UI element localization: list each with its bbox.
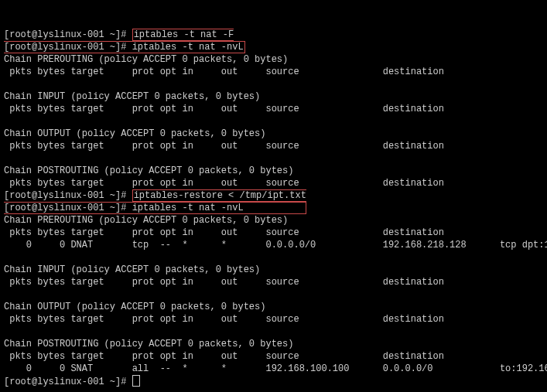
chain-header: Chain OUTPUT (policy ACCEPT 0 packets, 0… bbox=[4, 128, 265, 139]
chain-header: Chain PREROUTING (policy ACCEPT 0 packet… bbox=[4, 54, 288, 65]
column-header: pkts bytes target prot opt in out source… bbox=[4, 314, 494, 325]
terminal-output: [root@lyslinux-001 ~]# iptables -t nat -… bbox=[4, 29, 547, 387]
chain-header: Chain POSTROUTING (policy ACCEPT 0 packe… bbox=[4, 165, 293, 176]
cmd-flush: iptables -t nat -F bbox=[134, 29, 234, 40]
column-header: pkts bytes target prot opt in out source… bbox=[4, 227, 494, 238]
chain-header: Chain POSTROUTING (policy ACCEPT 0 packe… bbox=[4, 339, 293, 349]
cmd-restore: iptables-restore < /tmp/ipt.txt bbox=[134, 190, 306, 201]
prompt: [root@lyslinux-001 ~]# bbox=[4, 377, 132, 387]
column-header: pkts bytes target prot opt in out source… bbox=[4, 351, 494, 362]
column-header: pkts bytes target prot opt in out source… bbox=[4, 141, 494, 152]
cmd-list-2: iptables -t nat -nvL bbox=[132, 203, 244, 213]
prompt: [root@lyslinux-001 ~]# bbox=[4, 190, 132, 201]
prompt: [root@lyslinux-001 ~]# bbox=[4, 42, 132, 53]
column-header: pkts bytes target prot opt in out source… bbox=[4, 66, 494, 77]
column-header: pkts bytes target prot opt in out source… bbox=[4, 104, 494, 114]
chain-header: Chain INPUT (policy ACCEPT 0 packets, 0 … bbox=[4, 264, 260, 275]
column-header: pkts bytes target prot opt in out source… bbox=[4, 277, 494, 288]
column-header: pkts bytes target prot opt in out source… bbox=[4, 178, 494, 189]
table-row: 0 0 SNAT all -- * * 192.168.100.100 0.0.… bbox=[4, 363, 547, 374]
chain-header: Chain PREROUTING (policy ACCEPT 0 packet… bbox=[4, 215, 288, 226]
table-row: 0 0 DNAT tcp -- * * 0.0.0.0/0 192.168.21… bbox=[4, 240, 547, 251]
prompt: [root@lyslinux-001 ~]# bbox=[4, 203, 132, 213]
prompt: [root@lyslinux-001 ~]# bbox=[4, 29, 132, 40]
cursor-icon[interactable] bbox=[132, 375, 140, 387]
chain-header: Chain INPUT (policy ACCEPT 0 packets, 0 … bbox=[4, 91, 260, 102]
chain-header: Chain OUTPUT (policy ACCEPT 0 packets, 0… bbox=[4, 302, 265, 312]
cmd-list-1: iptables -t nat -nvL bbox=[132, 42, 244, 53]
